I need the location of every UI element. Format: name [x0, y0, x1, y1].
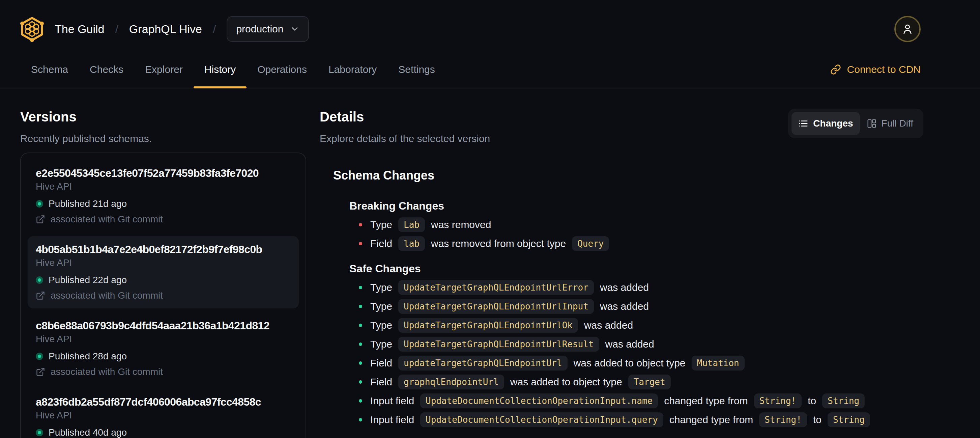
git-commit-row[interactable]: associated with Git commit [36, 213, 291, 226]
change-text: Type [370, 338, 392, 350]
hive-logo-icon[interactable] [20, 16, 44, 42]
change-text: was added [605, 338, 654, 350]
changes-toggle-button[interactable]: Changes [791, 112, 860, 135]
version-hash: e2e55045345ce13fe07f52a77459b83fa3fe7020 [36, 166, 291, 180]
code-badge: String [827, 413, 870, 427]
git-commit-row[interactable]: associated with Git commit [36, 365, 291, 379]
change-text: was added [584, 320, 633, 331]
published-status-dot [36, 200, 43, 207]
version-card[interactable]: c8b6e88a06793b9c4dfd54aaa21b36a1b421d812… [28, 312, 299, 385]
change-text: was added to object type [510, 376, 622, 388]
tab-history[interactable]: History [194, 51, 247, 88]
code-badge: UpdateTargetGraphQLEndpointUrlInput [398, 299, 594, 314]
version-service: Hive API [36, 333, 291, 346]
version-card[interactable]: a823f6db2a55df877dcf406006abca97fcc4858c… [28, 389, 299, 438]
code-badge: UpdateDocumentCollectionOperationInput.n… [420, 393, 658, 408]
app-root: The Guild / GraphQL Hive / production Sc… [0, 0, 980, 438]
change-text: Type [370, 219, 392, 231]
chevron-down-icon [290, 24, 299, 34]
details-title: Details [320, 107, 490, 126]
full-diff-toggle-button[interactable]: Full Diff [860, 112, 920, 135]
published-label: Published 28d ago [49, 350, 127, 363]
header: The Guild / GraphQL Hive / production Sc… [0, 0, 980, 88]
breadcrumb: The Guild / GraphQL Hive / production [55, 16, 309, 42]
change-text: changed type from [670, 414, 753, 425]
code-badge: lab [398, 236, 425, 251]
version-hash: c8b6e88a06793b9c4dfd54aaa21b36a1b421d812 [36, 319, 291, 333]
code-badge: UpdateDocumentCollectionOperationInput.q… [420, 413, 663, 427]
main-content: Versions Recently published schemas. e2e… [0, 88, 980, 438]
git-commit-label: associated with Git commit [51, 289, 163, 303]
version-list: e2e55045345ce13fe07f52a77459b83fa3fe7020… [20, 153, 306, 438]
version-card[interactable]: 4b05ab51b1b4a7e2e4b0ef82172f2b9f7ef98c0b… [28, 236, 299, 308]
top-bar: The Guild / GraphQL Hive / production [0, 0, 980, 51]
schema-change-item: FieldgraphqlEndpointUrlwas added to obje… [349, 373, 923, 392]
change-text: was added [600, 301, 649, 312]
published-row: Published 40d ago [36, 426, 291, 438]
change-text: Type [370, 301, 392, 312]
published-status-dot [36, 353, 43, 360]
breadcrumb-separator: / [115, 22, 118, 36]
tab-operations[interactable]: Operations [247, 51, 318, 88]
schema-change-item: Input fieldUpdateDocumentCollectionOpera… [349, 410, 923, 429]
change-text: to [808, 395, 816, 407]
git-commit-row[interactable]: associated with Git commit [36, 289, 291, 303]
change-text: Type [370, 282, 392, 293]
external-link-icon [36, 367, 45, 377]
schema-change-item: Input fieldUpdateDocumentCollectionOpera… [349, 392, 923, 410]
version-service: Hive API [36, 256, 291, 269]
tab-settings[interactable]: Settings [388, 51, 445, 88]
code-badge: UpdateTargetGraphQLEndpointUrlError [398, 280, 594, 295]
code-badge: Mutation [692, 356, 745, 371]
user-avatar[interactable] [894, 16, 921, 42]
breaking-changes-list: TypeLabwas removedFieldlabwas removed fr… [349, 215, 923, 253]
code-badge: updateTargetGraphQLEndpointUrl [398, 356, 568, 371]
change-text: Field [370, 376, 392, 388]
version-card[interactable]: e2e55045345ce13fe07f52a77459b83fa3fe7020… [28, 160, 299, 232]
git-commit-label: associated with Git commit [51, 365, 163, 379]
target-selector-value: production [236, 23, 283, 35]
schema-change-item: Fieldlabwas removed from object typeQuer… [349, 234, 923, 253]
change-text: Field [370, 238, 392, 249]
change-text: was added [600, 282, 649, 293]
change-text: was removed from object type [431, 238, 566, 249]
tab-laboratory[interactable]: Laboratory [318, 51, 388, 88]
versions-panel: Versions Recently published schemas. e2e… [20, 107, 306, 438]
change-text: to [813, 414, 821, 425]
breadcrumb-project[interactable]: GraphQL Hive [129, 22, 202, 36]
details-panel: Details Explore details of the selected … [320, 107, 923, 438]
git-commit-label: associated with Git commit [51, 213, 163, 226]
tab-schema[interactable]: Schema [20, 51, 79, 88]
connect-to-cdn-link[interactable]: Connect to CDN [830, 51, 921, 88]
tab-bar: SchemaChecksExplorerHistoryOperationsLab… [0, 51, 980, 88]
target-selector[interactable]: production [227, 16, 309, 42]
code-badge: String! [754, 393, 802, 408]
tab-checks[interactable]: Checks [79, 51, 134, 88]
details-subtitle: Explore details of the selected version [320, 132, 490, 146]
schema-changes-section: Schema Changes Breaking Changes TypeLabw… [320, 167, 923, 429]
change-text: Field [370, 357, 392, 369]
version-service: Hive API [36, 409, 291, 422]
published-row: Published 28d ago [36, 350, 291, 363]
change-text: Input field [370, 395, 414, 407]
nav-tabs: SchemaChecksExplorerHistoryOperationsLab… [20, 51, 446, 88]
versions-subtitle: Recently published schemas. [20, 132, 306, 146]
tab-explorer[interactable]: Explorer [134, 51, 194, 88]
published-label: Published 22d ago [49, 273, 127, 287]
safe-changes-title: Safe Changes [349, 261, 923, 276]
breadcrumb-org[interactable]: The Guild [55, 22, 104, 36]
code-badge: String! [759, 413, 807, 427]
code-badge: graphqlEndpointUrl [398, 374, 504, 389]
code-badge: String [822, 393, 865, 408]
change-text: was removed [431, 219, 491, 231]
connect-to-cdn-label: Connect to CDN [847, 64, 921, 75]
published-row: Published 21d ago [36, 197, 291, 210]
change-text: was added to object type [574, 357, 686, 369]
view-toggle: Changes Full Diff [788, 109, 923, 139]
schema-change-item: FieldupdateTargetGraphQLEndpointUrlwas a… [349, 354, 923, 373]
schema-changes-title: Schema Changes [333, 167, 923, 184]
breadcrumb-separator: / [213, 22, 216, 36]
published-row: Published 22d ago [36, 273, 291, 287]
schema-change-item: TypeUpdateTargetGraphQLEndpointUrlInputw… [349, 297, 923, 316]
change-text: changed type from [664, 395, 748, 407]
